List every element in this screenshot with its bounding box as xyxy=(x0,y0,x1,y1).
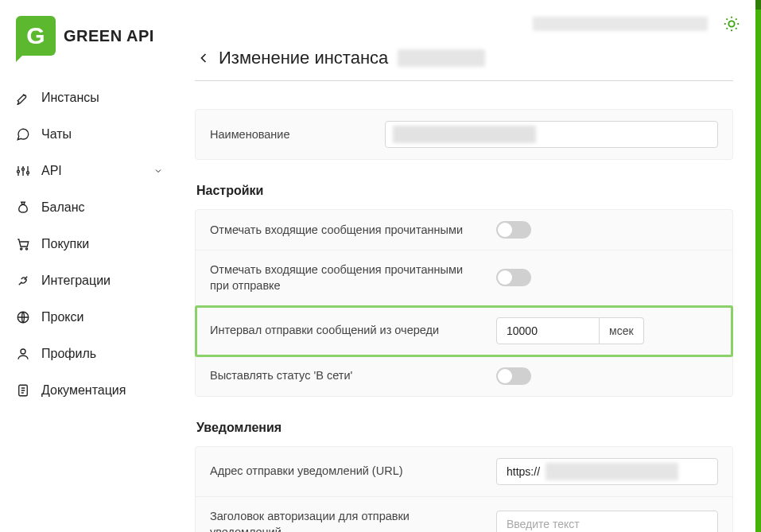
setting-mark-read-on-send-label: Отмечать входящие сообщения прочитанными… xyxy=(210,262,480,294)
top-right-area xyxy=(533,14,741,33)
sidebar-item-label: Документация xyxy=(41,383,126,398)
chat-icon xyxy=(16,127,30,142)
document-icon xyxy=(16,383,30,398)
sidebar-item-label: API xyxy=(41,164,62,178)
logo-mark: G xyxy=(16,16,56,56)
user-email xyxy=(533,17,708,31)
logo[interactable]: G GREEN API xyxy=(0,16,179,76)
notifications-card: Адрес отправки уведомлений (URL) Заголов… xyxy=(195,446,733,532)
theme-toggle-button[interactable] xyxy=(722,14,741,33)
name-card: Наименование xyxy=(195,109,733,160)
setting-interval-label: Интервал отправки сообщений из очереди xyxy=(210,322,480,338)
sidebar-item-docs[interactable]: Документация xyxy=(0,372,179,409)
svg-point-3 xyxy=(21,349,25,354)
scrollbar-thumb[interactable] xyxy=(755,0,761,10)
back-button[interactable] xyxy=(195,49,212,67)
interval-input[interactable] xyxy=(496,317,600,344)
chevron-down-icon xyxy=(153,166,163,176)
sliders-icon xyxy=(16,164,30,178)
plug-icon xyxy=(16,274,30,288)
notif-auth-input[interactable] xyxy=(496,511,718,532)
notif-auth-label: Заголовок авторизации для отправки уведо… xyxy=(210,508,480,532)
sidebar-item-label: Прокси xyxy=(41,310,83,324)
main-content: Изменение инстанса Наименование Настройк… xyxy=(179,0,761,532)
svg-point-1 xyxy=(25,248,27,250)
sidebar-item-label: Профиль xyxy=(41,347,96,361)
notif-url-label: Адрес отправки уведомлений (URL) xyxy=(210,463,480,479)
setting-interval-row: Интервал отправки сообщений из очереди м… xyxy=(196,306,732,356)
cart-icon xyxy=(16,237,30,251)
nav: Инстансы Чаты API xyxy=(0,76,179,413)
settings-title: Настройки xyxy=(196,184,733,198)
sidebar-item-integrations[interactable]: Интеграции xyxy=(0,262,179,299)
rocket-icon xyxy=(16,91,30,105)
toggle-online-status[interactable] xyxy=(496,367,531,385)
setting-online-status-label: Выставлять статус 'В сети' xyxy=(210,367,480,383)
toggle-mark-read-on-send[interactable] xyxy=(496,269,531,286)
sidebar-item-label: Чаты xyxy=(41,127,72,142)
sidebar: G GREEN API Инстансы Чаты API xyxy=(0,0,179,532)
sidebar-item-instances[interactable]: Инстансы xyxy=(0,80,179,116)
sun-icon xyxy=(723,15,740,33)
page-title: Изменение инстанса xyxy=(219,48,388,68)
sidebar-item-label: Интеграции xyxy=(41,274,111,288)
instance-id xyxy=(398,49,485,67)
sidebar-item-proxy[interactable]: Прокси xyxy=(0,299,179,336)
sidebar-item-profile[interactable]: Профиль xyxy=(0,336,179,372)
setting-mark-read-label: Отмечать входящие сообщения прочитанными xyxy=(210,222,480,238)
money-bag-icon xyxy=(16,200,30,215)
svg-point-0 xyxy=(21,248,22,250)
sidebar-item-label: Инстансы xyxy=(41,91,99,105)
sidebar-item-purchases[interactable]: Покупки xyxy=(0,226,179,262)
svg-point-5 xyxy=(728,21,734,26)
scrollbar[interactable] xyxy=(755,0,761,532)
user-icon xyxy=(16,347,30,361)
sidebar-item-label: Баланс xyxy=(41,200,84,215)
sidebar-item-chats[interactable]: Чаты xyxy=(0,116,179,153)
globe-icon xyxy=(16,310,30,324)
name-label: Наименование xyxy=(210,126,369,142)
logo-text: GREEN API xyxy=(64,27,154,45)
notifications-title: Уведомления xyxy=(196,421,733,435)
interval-unit: мсек xyxy=(600,317,644,344)
sidebar-item-api[interactable]: API xyxy=(0,153,179,189)
sidebar-item-label: Покупки xyxy=(41,237,89,251)
sidebar-item-balance[interactable]: Баланс xyxy=(0,189,179,226)
toggle-mark-read[interactable] xyxy=(496,221,531,239)
settings-card: Отмечать входящие сообщения прочитанными… xyxy=(195,209,733,397)
